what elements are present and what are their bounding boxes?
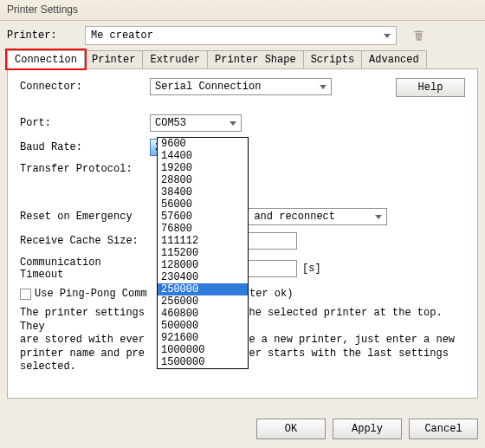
baud-option[interactable]: 76800 bbox=[158, 223, 248, 235]
connector-label: Connector: bbox=[20, 81, 150, 93]
baud-option[interactable]: 115200 bbox=[158, 247, 248, 259]
baud-option[interactable]: 1000000 bbox=[158, 344, 248, 356]
reset-select[interactable]: d and reconnect bbox=[236, 208, 387, 225]
baud-option[interactable]: 38400 bbox=[158, 186, 248, 198]
port-select[interactable]: COM53 bbox=[150, 114, 242, 132]
button-bar: OK Apply Cancel bbox=[256, 419, 478, 439]
trash-icon[interactable] bbox=[412, 29, 425, 42]
baud-option[interactable]: 56000 bbox=[158, 198, 248, 211]
reset-value: d and reconnect bbox=[242, 211, 335, 223]
title-text: Printer Settings bbox=[7, 3, 78, 16]
port-value: COM53 bbox=[155, 117, 186, 129]
baud-option[interactable]: 250000 bbox=[158, 283, 248, 295]
baud-option[interactable]: 256000 bbox=[158, 295, 248, 308]
baud-label: Baud Rate: bbox=[20, 141, 150, 153]
window-titlebar: Printer Settings bbox=[0, 0, 485, 21]
tab-scripts[interactable]: Scripts bbox=[303, 50, 362, 68]
cancel-button[interactable]: Cancel bbox=[409, 419, 478, 439]
reset-label: Reset on Emergency bbox=[20, 211, 150, 223]
baud-option[interactable]: 921600 bbox=[158, 332, 248, 344]
chevron-down-icon bbox=[384, 34, 391, 38]
printer-select[interactable]: Me creator bbox=[85, 26, 397, 45]
chevron-down-icon bbox=[230, 121, 236, 126]
tab-bar: Connection Printer Extruder Printer Shap… bbox=[7, 50, 478, 69]
printer-label: Printer: bbox=[7, 29, 76, 42]
baud-option[interactable]: 128000 bbox=[158, 259, 248, 271]
apply-button[interactable]: Apply bbox=[333, 419, 402, 439]
chevron-down-icon bbox=[375, 215, 382, 219]
timeout-unit: [s] bbox=[302, 263, 321, 275]
tab-advanced[interactable]: Advanced bbox=[361, 50, 427, 68]
cache-label: Receive Cache Size: bbox=[20, 235, 150, 247]
printer-select-value: Me creator bbox=[91, 29, 153, 42]
tab-printer-shape[interactable]: Printer Shape bbox=[207, 50, 304, 68]
ok-button[interactable]: OK bbox=[256, 419, 326, 439]
transfer-label: Transfer Protocol: bbox=[20, 163, 150, 175]
baud-option[interactable]: 111112 bbox=[158, 235, 248, 247]
baud-option[interactable]: 230400 bbox=[158, 271, 248, 283]
baud-option[interactable]: 9600 bbox=[158, 138, 248, 150]
connector-value: Serial Connection bbox=[155, 81, 261, 93]
baud-option[interactable]: 19200 bbox=[158, 162, 248, 174]
baud-option[interactable]: 460800 bbox=[158, 308, 248, 320]
connector-select[interactable]: Serial Connection bbox=[150, 78, 332, 95]
pingpong-checkbox[interactable] bbox=[20, 289, 31, 300]
baud-dropdown-list[interactable]: 9600144001920028800384005600057600768001… bbox=[157, 137, 249, 369]
port-label: Port: bbox=[20, 117, 150, 129]
baud-option[interactable]: 57600 bbox=[158, 211, 248, 223]
connection-panel: Help Connector: Serial Connection Port: … bbox=[7, 69, 478, 399]
baud-option[interactable]: 1500000 bbox=[158, 356, 248, 368]
baud-option[interactable]: 14400 bbox=[158, 150, 248, 162]
tab-printer[interactable]: Printer bbox=[84, 50, 143, 68]
pingpong-label: Use Ping-Pong Comm bbox=[35, 288, 147, 300]
tab-connection[interactable]: Connection bbox=[7, 50, 85, 68]
baud-option[interactable]: 28800 bbox=[158, 174, 248, 186]
baud-option[interactable]: 500000 bbox=[158, 320, 248, 332]
help-button[interactable]: Help bbox=[396, 78, 465, 97]
tab-extruder[interactable]: Extruder bbox=[142, 50, 208, 68]
timeout-label: Communication Timeout bbox=[20, 256, 150, 281]
chevron-down-icon bbox=[320, 85, 327, 89]
